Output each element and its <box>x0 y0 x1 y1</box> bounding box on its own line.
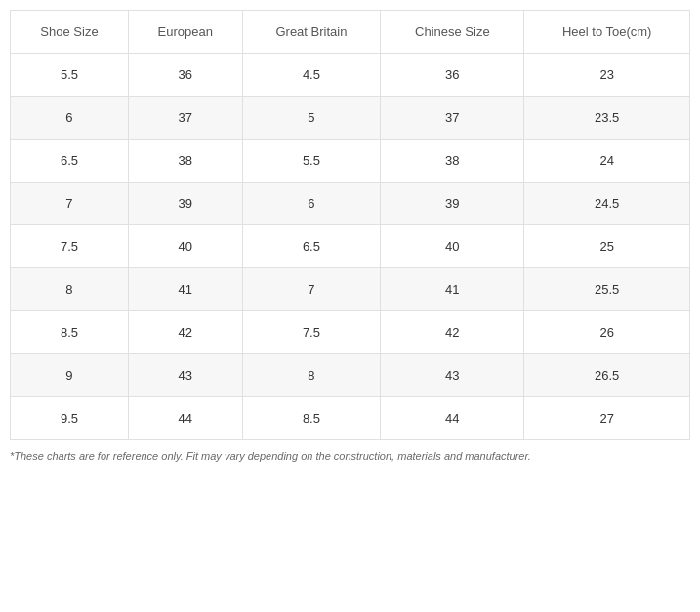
table-cell-r2-c0: 6.5 <box>11 140 129 183</box>
column-header-0: Shoe Size <box>11 11 129 54</box>
table-cell-r7-c1: 43 <box>128 354 242 397</box>
table-cell-r8-c2: 8.5 <box>242 397 381 440</box>
table-cell-r7-c2: 8 <box>242 354 381 397</box>
table-cell-r2-c1: 38 <box>128 140 242 183</box>
table-cell-r3-c3: 39 <box>381 183 524 225</box>
table-row: 94384326.5 <box>11 354 690 397</box>
table-cell-r5-c2: 7 <box>242 268 381 311</box>
table-row: 7.5406.54025 <box>11 225 690 268</box>
table-cell-r6-c3: 42 <box>381 311 524 354</box>
table-cell-r2-c2: 5.5 <box>242 140 381 183</box>
column-header-4: Heel to Toe(cm) <box>524 11 690 54</box>
table-cell-r5-c0: 8 <box>11 268 129 311</box>
table-row: 5.5364.53623 <box>11 54 690 97</box>
table-cell-r2-c4: 24 <box>524 140 690 183</box>
table-row: 9.5448.54427 <box>11 397 690 440</box>
table-row: 6.5385.53824 <box>11 140 690 183</box>
table-cell-r0-c0: 5.5 <box>11 54 129 97</box>
table-cell-r5-c4: 25.5 <box>524 268 690 311</box>
table-cell-r2-c3: 38 <box>381 140 524 183</box>
table-cell-r4-c4: 25 <box>524 225 690 268</box>
table-cell-r0-c3: 36 <box>381 54 524 97</box>
shoe-size-table: Shoe SizeEuropeanGreat BritainChinese Si… <box>10 10 690 440</box>
column-header-1: European <box>128 11 242 54</box>
table-cell-r7-c0: 9 <box>11 354 129 397</box>
table-cell-r7-c3: 43 <box>381 354 524 397</box>
table-cell-r5-c3: 41 <box>381 268 524 311</box>
table-row: 63753723.5 <box>11 97 690 140</box>
column-header-2: Great Britain <box>242 11 381 54</box>
table-cell-r0-c1: 36 <box>128 54 242 97</box>
table-row: 73963924.5 <box>11 183 690 225</box>
table-cell-r1-c4: 23.5 <box>524 97 690 140</box>
table-cell-r4-c0: 7.5 <box>11 225 129 268</box>
table-header-row: Shoe SizeEuropeanGreat BritainChinese Si… <box>11 11 690 54</box>
table-row: 8.5427.54226 <box>11 311 690 354</box>
table-cell-r6-c0: 8.5 <box>11 311 129 354</box>
table-cell-r1-c1: 37 <box>128 97 242 140</box>
table-cell-r3-c2: 6 <box>242 183 381 225</box>
table-cell-r1-c3: 37 <box>381 97 524 140</box>
disclaimer-text: *These charts are for reference only. Fi… <box>10 450 690 462</box>
table-cell-r4-c2: 6.5 <box>242 225 381 268</box>
table-cell-r3-c1: 39 <box>128 183 242 225</box>
table-cell-r8-c3: 44 <box>381 397 524 440</box>
table-cell-r1-c2: 5 <box>242 97 381 140</box>
table-cell-r4-c3: 40 <box>381 225 524 268</box>
table-row: 84174125.5 <box>11 268 690 311</box>
table-cell-r1-c0: 6 <box>11 97 129 140</box>
table-cell-r4-c1: 40 <box>128 225 242 268</box>
table-cell-r8-c4: 27 <box>524 397 690 440</box>
table-cell-r6-c4: 26 <box>524 311 690 354</box>
table-cell-r8-c1: 44 <box>128 397 242 440</box>
column-header-3: Chinese Size <box>381 11 524 54</box>
table-cell-r0-c2: 4.5 <box>242 54 381 97</box>
table-cell-r3-c0: 7 <box>11 183 129 225</box>
table-cell-r5-c1: 41 <box>128 268 242 311</box>
table-cell-r6-c1: 42 <box>128 311 242 354</box>
table-cell-r0-c4: 23 <box>524 54 690 97</box>
table-cell-r8-c0: 9.5 <box>11 397 129 440</box>
table-cell-r6-c2: 7.5 <box>242 311 381 354</box>
table-cell-r7-c4: 26.5 <box>524 354 690 397</box>
table-cell-r3-c4: 24.5 <box>524 183 690 225</box>
